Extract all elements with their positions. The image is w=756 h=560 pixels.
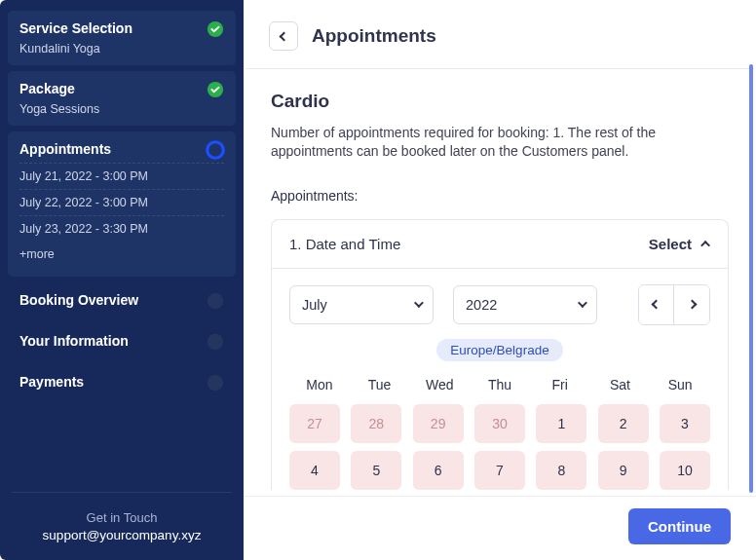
- step-appointments[interactable]: Appointments July 21, 2022 - 3:00 PM Jul…: [8, 131, 236, 277]
- service-description: Number of appointments required for book…: [271, 124, 661, 161]
- next-month-button[interactable]: [674, 285, 709, 324]
- pending-dot-icon: [205, 290, 226, 312]
- calendar-grid: 27 28 29 30 1 2 3 4 5 6 7 8 9 10: [289, 404, 710, 490]
- panel-step-label: 1. Date and Time: [289, 236, 400, 252]
- year-select[interactable]: 2022: [453, 285, 597, 324]
- check-circle-icon: [207, 20, 224, 38]
- calendar-day[interactable]: 30: [474, 404, 525, 443]
- step-subtitle: Kundalini Yoga: [19, 42, 224, 56]
- contact-label: Get in Touch: [12, 510, 232, 525]
- step-service-selection[interactable]: Service Selection Kundalini Yoga: [8, 11, 236, 65]
- month-select[interactable]: July: [289, 285, 434, 324]
- calendar-day[interactable]: 6: [413, 451, 464, 490]
- month-value: July: [302, 297, 327, 313]
- calendar-day[interactable]: 1: [536, 404, 586, 443]
- calendar-day[interactable]: 28: [351, 404, 401, 443]
- pending-dot-icon: [205, 331, 226, 353]
- step-booking-overview: Booking Overview: [8, 282, 236, 317]
- date-time-panel: 1. Date and Time Select July 2022: [271, 219, 729, 490]
- chevron-up-icon: [700, 241, 710, 250]
- calendar-day[interactable]: 10: [660, 451, 710, 490]
- check-circle-icon: [207, 81, 224, 98]
- panel-body: July 2022 Europe/Belgrade: [272, 269, 728, 490]
- chevron-left-icon: [279, 31, 288, 41]
- calendar-day[interactable]: 7: [474, 451, 525, 490]
- step-title: Your Information: [19, 333, 224, 349]
- calendar-header: Mon Tue Wed Thu Fri Sat Sun: [289, 377, 710, 392]
- appointment-item: July 21, 2022 - 3:00 PM: [19, 163, 224, 189]
- calendar-day[interactable]: 3: [660, 404, 710, 443]
- prev-month-button[interactable]: [639, 285, 674, 324]
- calendar-day[interactable]: 8: [536, 451, 586, 490]
- scrollbar[interactable]: [749, 64, 753, 493]
- weekday-label: Sat: [590, 377, 651, 392]
- appointment-list: July 21, 2022 - 3:00 PM July 22, 2022 - …: [19, 163, 224, 267]
- step-title: Appointments: [19, 141, 224, 157]
- svg-point-5: [208, 375, 224, 392]
- progress-ring-icon: [205, 139, 226, 161]
- calendar-day[interactable]: 2: [598, 404, 649, 443]
- back-button[interactable]: [269, 21, 298, 51]
- panel-header[interactable]: 1. Date and Time Select: [272, 220, 728, 269]
- sidebar: Service Selection Kundalini Yoga Package…: [0, 0, 244, 560]
- appointment-item: July 22, 2022 - 3:00 PM: [19, 189, 224, 215]
- step-package[interactable]: Package Yoga Sessions: [8, 71, 236, 126]
- calendar-day[interactable]: 9: [598, 451, 649, 490]
- step-payments: Payments: [8, 364, 236, 399]
- contact-email[interactable]: support@yourcompany.xyz: [12, 528, 232, 542]
- weekday-label: Sun: [650, 377, 710, 392]
- appointment-item: July 23, 2022 - 3:30 PM: [19, 215, 224, 242]
- weekday-label: Tue: [350, 377, 410, 392]
- service-title: Cardio: [271, 91, 729, 112]
- main-panel: Appointments Cardio Number of appointmen…: [244, 0, 756, 560]
- month-nav: [638, 284, 710, 325]
- calendar-day[interactable]: 29: [413, 404, 464, 443]
- chevron-down-icon: [414, 298, 424, 308]
- step-title: Package: [19, 81, 224, 96]
- contact-block: Get in Touch support@yourcompany.xyz: [0, 486, 244, 552]
- chevron-right-icon: [687, 300, 697, 310]
- year-value: 2022: [466, 297, 497, 313]
- appointment-more[interactable]: +more: [19, 242, 224, 267]
- calendar-day[interactable]: 27: [289, 404, 340, 443]
- weekday-label: Mon: [289, 377, 350, 392]
- svg-point-4: [208, 334, 224, 351]
- chevron-down-icon: [578, 298, 587, 308]
- pending-dot-icon: [205, 372, 226, 393]
- footer: Continue: [244, 496, 756, 560]
- calendar-day[interactable]: 5: [351, 451, 401, 490]
- step-your-information: Your Information: [8, 323, 236, 358]
- svg-point-3: [208, 293, 224, 310]
- panel-select-toggle[interactable]: Select: [649, 236, 710, 252]
- calendar-day[interactable]: 4: [289, 451, 340, 490]
- content: Cardio Number of appointments required f…: [244, 69, 756, 496]
- step-title: Service Selection: [19, 20, 224, 36]
- page-title: Appointments: [312, 25, 436, 47]
- svg-point-2: [208, 142, 224, 159]
- continue-button[interactable]: Continue: [628, 508, 731, 544]
- step-title: Booking Overview: [19, 292, 224, 308]
- timezone-badge[interactable]: Europe/Belgrade: [436, 339, 562, 361]
- weekday-label: Fri: [530, 377, 590, 392]
- weekday-label: Thu: [470, 377, 530, 392]
- step-title: Payments: [19, 374, 224, 390]
- chevron-left-icon: [652, 300, 662, 310]
- select-label: Select: [649, 236, 692, 252]
- step-subtitle: Yoga Sessions: [19, 102, 224, 116]
- weekday-label: Wed: [409, 377, 470, 392]
- appointments-label: Appointments:: [271, 188, 729, 204]
- header: Appointments: [244, 0, 756, 68]
